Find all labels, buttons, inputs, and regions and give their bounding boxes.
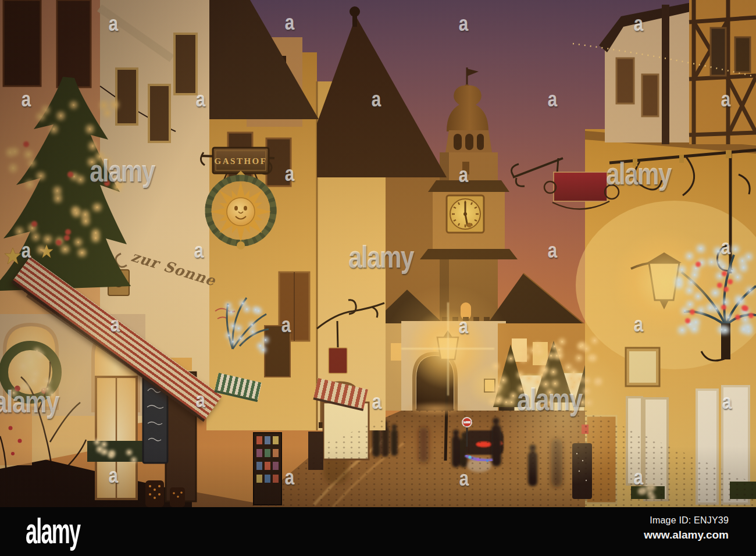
window (174, 34, 197, 94)
arch-lamp (433, 347, 437, 351)
window-planter (730, 482, 756, 499)
half-timbered-building (689, 0, 756, 144)
gable-roof-right (486, 273, 586, 326)
clock-ornament (467, 223, 472, 227)
window-box-greenery (87, 441, 143, 462)
clock-face (447, 195, 484, 233)
window (711, 28, 726, 76)
window (735, 37, 750, 72)
bracket-collar (726, 150, 732, 158)
lantern-glass (649, 263, 679, 300)
lantern-arch (465, 134, 473, 150)
sign-bottom-ornament (237, 241, 245, 250)
tall-white-window (697, 390, 718, 504)
alamy-url-text: www.alamy.com (644, 529, 729, 541)
tall-white-window (644, 398, 668, 500)
window (642, 74, 658, 116)
tree-mount (721, 323, 730, 359)
framed-sign-inner (629, 351, 656, 383)
shop-window-mid (323, 402, 369, 459)
bracket-collar (633, 158, 637, 166)
pedestrian (528, 451, 537, 486)
clock-lower-ledge (420, 249, 518, 259)
red-plaque (329, 348, 347, 373)
photo-night-street-scene: zur Sonne (0, 0, 756, 507)
alamy-logo: alamy (26, 512, 80, 550)
pedestrian (452, 435, 460, 468)
lit-window (533, 342, 548, 365)
tower-slit (462, 162, 469, 174)
pedestrian (391, 429, 398, 456)
tall-white-window (627, 397, 642, 484)
distant-lit-window (391, 343, 402, 361)
sun-eye (244, 206, 247, 211)
clock-roof-ledge (428, 180, 509, 192)
bracket-collar (679, 155, 684, 163)
lamp-head (437, 337, 458, 359)
postcard-rack (254, 433, 281, 505)
wreath-bow (15, 386, 20, 391)
pedestrian (491, 425, 501, 466)
lantern-arch (454, 134, 462, 150)
dark-window (57, 0, 91, 87)
drainpipe (662, 5, 669, 144)
window (265, 326, 290, 377)
roederbogen-arch-wall (401, 321, 506, 411)
gasthof-label: GASTHOF (215, 156, 268, 166)
image-id-text: Image ID: ENJY39 (644, 515, 729, 526)
scene-illustration: zur Sonne (0, 0, 756, 507)
weather-flag (467, 69, 479, 76)
lantern-arch (477, 134, 484, 150)
sun-eye (234, 206, 238, 211)
blank-red-sign (554, 172, 607, 201)
window-planter (631, 486, 665, 499)
window (116, 69, 137, 124)
window (616, 58, 634, 104)
alamy-footer-bar: alamy Image ID: ENJY39 www.alamy.com (0, 507, 756, 556)
pedestrian (372, 428, 380, 457)
card-stand (308, 432, 323, 470)
tower-dome (447, 85, 488, 131)
pedestrian (381, 426, 389, 457)
sun-face (227, 198, 255, 226)
taillight (476, 442, 491, 447)
dark-gable-roof (317, 16, 447, 177)
window (149, 85, 170, 142)
small-lantern-center (484, 379, 495, 392)
dark-window (3, 0, 41, 86)
red-tag (582, 425, 589, 434)
alamy-stock-photo-page: zur Sonne (0, 0, 756, 556)
